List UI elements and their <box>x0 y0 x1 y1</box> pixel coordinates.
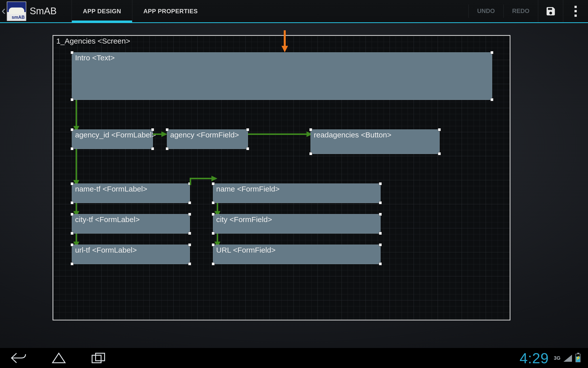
node-label: url-tf <FormLabel> <box>75 246 137 254</box>
node-agency-id-formlabel[interactable]: agency_id <FormLabel> <box>72 129 153 149</box>
design-canvas[interactable]: 1_Agencies <Screen> Intro <Text> agency_… <box>53 35 510 320</box>
redo-button[interactable]: REDO <box>503 5 538 18</box>
action-bar: ‹ smAB SmAB APP DESIGN APP PROPERTIES UN… <box>0 0 588 23</box>
overflow-icon <box>574 6 577 17</box>
screen-node-label: 1_Agencies <Screen> <box>56 37 130 45</box>
redo-label: REDO <box>512 8 529 15</box>
node-url-formfield[interactable]: URL <FormField> <box>213 245 381 264</box>
battery-icon: ⚡ <box>575 354 580 362</box>
flow-arrow-icon <box>248 130 313 138</box>
home-icon <box>50 352 68 364</box>
node-label: city <FormField> <box>216 215 272 224</box>
entry-arrow-icon <box>281 30 288 53</box>
tab-app-properties[interactable]: APP PROPERTIES <box>132 0 209 22</box>
back-icon[interactable]: ‹ <box>2 4 7 19</box>
tabs: APP DESIGN APP PROPERTIES <box>72 0 209 22</box>
node-agency-formfield[interactable]: agency <FormField> <box>167 129 248 149</box>
node-label: agency <FormField> <box>170 131 239 139</box>
node-readagencies-button[interactable]: readagencies <Button> <box>311 129 440 154</box>
svg-marker-19 <box>53 353 65 363</box>
node-label: name-tf <FormLabel> <box>75 185 147 193</box>
undo-button[interactable]: UNDO <box>468 5 503 18</box>
flow-arrow-icon <box>72 149 82 187</box>
status-clock: 4:29 <box>519 350 549 366</box>
node-url-tf-formlabel[interactable]: url-tf <FormLabel> <box>72 245 190 264</box>
node-city-formfield[interactable]: city <FormField> <box>213 214 381 234</box>
app-title: SmAB <box>30 6 57 17</box>
back-arrow-icon <box>10 352 28 364</box>
node-label: readagencies <Button> <box>314 131 391 139</box>
recent-apps-icon <box>90 352 108 364</box>
svg-rect-21 <box>96 353 105 361</box>
nav-recent-button[interactable] <box>88 351 110 365</box>
save-icon <box>545 6 556 17</box>
system-nav-bar: 4:29 3G ⚡ <box>0 348 588 368</box>
node-label: city-tf <FormLabel> <box>75 215 140 224</box>
node-name-tf-formlabel[interactable]: name-tf <FormLabel> <box>72 183 190 203</box>
tab-app-design[interactable]: APP DESIGN <box>72 0 132 22</box>
overflow-menu-button[interactable] <box>563 0 588 22</box>
svg-marker-1 <box>281 46 288 52</box>
node-intro-text[interactable]: Intro <Text> <box>72 52 492 100</box>
status-icons: 3G ⚡ <box>554 354 580 362</box>
svg-marker-5 <box>161 131 167 137</box>
tab-label: APP DESIGN <box>83 8 121 15</box>
network-type-label: 3G <box>554 355 560 361</box>
node-label: agency_id <FormLabel> <box>75 131 156 139</box>
node-city-tf-formlabel[interactable]: city-tf <FormLabel> <box>72 214 190 234</box>
tab-label: APP PROPERTIES <box>143 8 198 15</box>
app-icon[interactable]: smAB <box>7 2 26 21</box>
svg-rect-20 <box>92 355 101 363</box>
node-label: Intro <Text> <box>75 54 115 62</box>
nav-back-button[interactable] <box>8 351 30 365</box>
node-name-formfield[interactable]: name <FormField> <box>213 183 381 203</box>
app-icon-text: smAB <box>12 15 25 20</box>
node-label: name <FormField> <box>216 185 279 193</box>
flow-arrow-icon <box>72 100 82 132</box>
signal-icon <box>563 354 572 362</box>
nav-home-button[interactable] <box>48 351 70 365</box>
save-button[interactable] <box>538 0 563 22</box>
svg-marker-10 <box>211 176 217 181</box>
undo-label: UNDO <box>477 8 495 15</box>
node-label: URL <FormField> <box>216 246 275 254</box>
